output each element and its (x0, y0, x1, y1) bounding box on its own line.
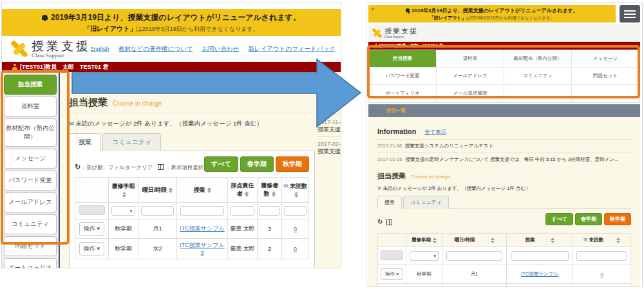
filter-all-button[interactable]: すべて (545, 213, 573, 225)
course-filter-input[interactable] (511, 251, 569, 261)
col-course[interactable]: 授業 (177, 178, 228, 203)
cell-day: 水2 (138, 239, 177, 259)
nav-link-feedback[interactable]: 新レイアウトのフィードバック (248, 45, 336, 53)
col-term[interactable]: 履修学期 (109, 178, 138, 203)
cell-students: 2 (258, 239, 282, 259)
unread-count-link[interactable]: 0 (294, 226, 297, 232)
menu-item-password[interactable]: パスワード変更 (369, 68, 437, 85)
news-item[interactable]: 2017-11-08授業支援システムのリニューアルテスト (377, 139, 631, 153)
grader-filter-input[interactable] (231, 206, 255, 216)
course-link[interactable]: ITC授業サンプル (521, 271, 558, 277)
column-select-icon[interactable] (158, 164, 164, 170)
unread-count-link[interactable]: 0 (600, 272, 603, 277)
col-day[interactable]: 曜日/時限 (442, 234, 507, 247)
logo-title: 授業支援 (32, 40, 91, 52)
sort-icon (207, 187, 211, 193)
filter-spring-button[interactable]: 春学期 (240, 156, 274, 172)
hamburger-menu-icon[interactable] (620, 5, 640, 23)
course-link[interactable]: ITC授業サンプル3 (180, 242, 224, 256)
refresh-icon[interactable]: ↻ (75, 163, 80, 171)
tab-courses[interactable]: 授業 (377, 196, 402, 209)
row-action-button[interactable]: 操作 ▾ (79, 242, 104, 256)
menu-item-messages[interactable]: メッセージ (572, 50, 639, 68)
user-name: [TEST01]教員 太郎 TEST01 君 (20, 63, 109, 71)
menu-item-portfolio[interactable]: ポートフォリオ (369, 85, 437, 102)
course-filter-input[interactable] (180, 206, 224, 216)
row-action-button[interactable]: 操作 ▾ (79, 222, 104, 236)
section-bar[interactable]: 担当一覧 (368, 104, 640, 117)
legend-columns-text: ：表示項目選択 (166, 164, 204, 171)
term-filter-select[interactable]: ▼ (410, 251, 439, 261)
nav-link-english[interactable]: English (91, 45, 109, 53)
close-icon[interactable]: × (371, 6, 374, 12)
col-students[interactable]: 履修者数 (258, 178, 282, 203)
sort-icon (433, 238, 437, 243)
sidebar-item-community[interactable]: コミュニティ (4, 214, 57, 234)
sort-icon (245, 191, 249, 197)
row-action-button[interactable]: 操作 ▾ (381, 268, 403, 280)
sidebar-item-messages[interactable]: メッセージ (4, 149, 57, 169)
bell-icon (42, 15, 48, 20)
menu-item-materials[interactable]: 教材配布（塾内公開） (504, 50, 572, 68)
sort-icon (122, 192, 126, 198)
site-logo[interactable]: 授業支援 Class Support (11, 40, 91, 59)
filter-disabled-box (79, 205, 105, 215)
menu-item-community[interactable]: コミュニティ (504, 68, 572, 85)
col-day[interactable]: 曜日/時限 (138, 178, 177, 203)
unread-count-link[interactable]: 0 (294, 246, 297, 252)
column-select-icon[interactable] (386, 219, 392, 225)
cell-day: 月1 (442, 265, 507, 284)
cell-day: 月1 (138, 219, 177, 239)
day-filter-input[interactable] (141, 206, 174, 216)
menu-item-mail-history[interactable]: メール送信履歴 (437, 85, 504, 102)
sidebar-item-portfolio[interactable]: ポートフォリオ (4, 258, 57, 268)
col-unread[interactable]: ✉ 未読数 (282, 178, 309, 203)
nav-link-copyright[interactable]: 教材などの著作権について (118, 45, 193, 53)
filter-spring-button[interactable]: 春学期 (575, 213, 602, 225)
filter-all-button[interactable]: すべて (204, 156, 238, 172)
col-unread[interactable]: ✉ 未読数 (573, 234, 631, 247)
site-header: 授業支援 Class Support (368, 24, 640, 42)
site-logo[interactable]: 授業支援 Class Support (372, 28, 418, 39)
course-table: 履修学期 曜日/時限 授業 採点責任者 履修者数 ✉ 未読数 ▼ (75, 177, 309, 259)
sidebar-item-quiz-set[interactable]: 問題セット (4, 236, 57, 256)
legend-refresh-text: ：並び順、フィルタークリア (80, 164, 153, 171)
menu-item-quiz-set[interactable]: 問題セット (572, 68, 639, 85)
unread-filter-input[interactable] (576, 251, 627, 261)
nav-link-contact[interactable]: お問い合わせ (202, 45, 239, 53)
sort-icon (491, 238, 495, 243)
unread-message-line: ✉ 未読のメッセージが 2件 あります。（授業内メッセージ 1件 含む） (377, 185, 631, 192)
menu-item-library[interactable]: 資料室 (437, 50, 504, 68)
menu-item-courses[interactable]: 担当授業 (369, 50, 437, 68)
cell-grader: 慶應 太郎 (228, 239, 258, 259)
course-link[interactable]: ITC授業サンプル (180, 225, 224, 232)
tab-community[interactable]: コミュニティ (102, 133, 161, 151)
unread-filter-input[interactable] (284, 206, 306, 216)
sidebar-item-library[interactable]: 資料室 (4, 97, 57, 117)
table-row: 操作 ▾ 秋学期 水2 ITC授業サンプル3 慶應 太郎 2 0 (75, 239, 309, 259)
logo-subtitle: Class Support (384, 35, 418, 39)
students-filter-input[interactable] (260, 206, 279, 216)
filter-disabled-box (381, 250, 402, 260)
day-filter-input[interactable] (446, 251, 502, 261)
sidebar-item-courses[interactable]: 担当授業 (4, 75, 57, 95)
view-all-link[interactable]: 全て表示 (424, 129, 446, 135)
screenshot-canvas: 2019年3月19日より、授業支援のレイアウトがリニューアルされます。 「旧レイ… (0, 0, 644, 289)
col-grader[interactable]: 採点責任者 (228, 178, 258, 203)
menu-item-email[interactable]: メールアドレス (437, 68, 504, 85)
tab-community[interactable]: コミュニティ (403, 196, 449, 209)
filter-fall-button[interactable]: 秋学期 (604, 213, 631, 225)
cell-term: 秋学期 (406, 284, 442, 288)
refresh-icon[interactable]: ↻ (377, 218, 383, 225)
table-row: 操作 ▾ 秋学期 水2 ITC授業サンプル3 0 (378, 284, 631, 288)
news-item[interactable]: 2017-02-06授業支援の定時メンテナンスについて 授業支援では、毎日 午前… (377, 153, 631, 166)
term-filter-select[interactable]: ▼ (111, 206, 135, 216)
sidebar-item-email[interactable]: メールアドレス (4, 192, 57, 212)
sidebar-item-materials[interactable]: 教材配布（塾内公開） (4, 118, 57, 147)
col-term[interactable]: 履修学期 (406, 234, 442, 247)
sidebar-item-password[interactable]: パスワード変更 (4, 171, 57, 191)
col-course[interactable]: 授業 (507, 234, 573, 247)
page-title: 担当授業 (377, 171, 406, 181)
filter-fall-button[interactable]: 秋学期 (276, 156, 309, 172)
tab-courses[interactable]: 授業 (69, 133, 101, 151)
